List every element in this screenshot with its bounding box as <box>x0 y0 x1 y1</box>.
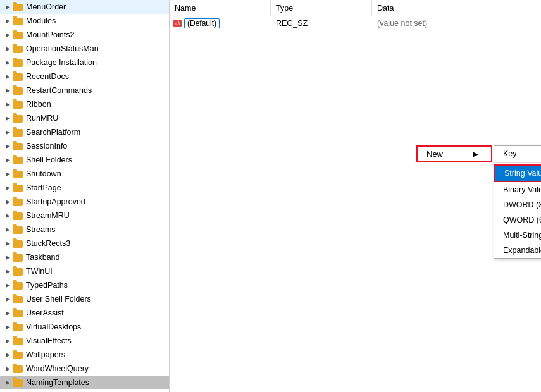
new-button-arrow-icon: ▶ <box>473 150 478 157</box>
menu-item-dword-(32-bit)-value[interactable]: DWORD (32-bit) Value <box>494 197 541 212</box>
menu-item-string-value[interactable]: String Value <box>494 164 541 182</box>
col-header-name: Name <box>170 0 271 16</box>
sidebar-item-label: MountPoints2 <box>26 30 74 39</box>
tree-arrow-icon <box>3 183 13 193</box>
sidebar-item-recentdocs[interactable]: RecentDocs <box>0 70 169 83</box>
registry-tree-sidebar[interactable]: MenuOrderModulesMountPoints2OperationSta… <box>0 0 170 392</box>
folder-icon <box>13 183 24 193</box>
sidebar-item-label: StartupApproved <box>26 197 85 206</box>
sidebar-item-userassist[interactable]: UserAssist <box>0 306 169 320</box>
sidebar-item-visualeffects[interactable]: VisualEffects <box>0 334 169 348</box>
folder-icon <box>13 211 24 221</box>
col-header-data: Data <box>372 0 394 16</box>
tree-arrow-icon <box>3 350 13 360</box>
menu-separator <box>494 162 541 163</box>
row-name-cell: ab(Default) <box>170 18 271 28</box>
folder-icon <box>13 377 24 388</box>
folder-icon <box>13 294 24 304</box>
sidebar-item-label: RunMRU <box>26 114 58 123</box>
folder-icon <box>13 2 24 12</box>
table-row[interactable]: ab(Default)REG_SZ(value not set) <box>170 16 541 30</box>
sidebar-item-stuckrects3[interactable]: StuckRects3 <box>0 236 169 250</box>
sidebar-item-shell-folders[interactable]: Shell Folders <box>0 153 169 167</box>
folder-icon <box>13 252 24 262</box>
sidebar-item-user-shell-folders[interactable]: User Shell Folders <box>0 292 169 306</box>
sidebar-item-restartcommands[interactable]: RestartCommands <box>0 83 169 97</box>
sidebar-item-streammru[interactable]: StreamMRU <box>0 209 169 223</box>
tree-arrow-icon <box>3 294 13 304</box>
sidebar-item-mountpoints2[interactable]: MountPoints2 <box>0 28 169 42</box>
sidebar-item-virtualdesktops[interactable]: VirtualDesktops <box>0 320 169 334</box>
folder-icon <box>13 322 24 332</box>
folder-icon <box>13 336 24 346</box>
sidebar-item-taskband[interactable]: Taskband <box>0 250 169 264</box>
sidebar-item-startupapproved[interactable]: StartupApproved <box>0 195 169 209</box>
new-button-label: New <box>426 149 443 159</box>
folder-icon <box>13 280 24 290</box>
sidebar-item-label: RecentDocs <box>26 72 69 81</box>
default-value-label: (Default) <box>184 18 220 28</box>
sidebar-item-label: Ribbon <box>26 100 51 109</box>
folder-icon <box>13 350 24 360</box>
menu-item-multi-string-value[interactable]: Multi-String Value <box>494 228 541 243</box>
tree-arrow-icon <box>3 211 13 221</box>
tree-arrow-icon <box>3 169 13 179</box>
sidebar-item-label: Wallpapers <box>26 350 65 359</box>
sidebar-item-wallpapers[interactable]: Wallpapers <box>0 348 169 362</box>
sidebar-item-label: VirtualDesktops <box>26 322 81 331</box>
sidebar-item-shutdown[interactable]: Shutdown <box>0 167 169 181</box>
sidebar-item-label: Streams <box>26 225 56 234</box>
sidebar-item-sessioninfo[interactable]: SessionInfo <box>0 139 169 153</box>
tree-arrow-icon <box>3 308 13 318</box>
folder-icon <box>13 238 24 248</box>
menu-item-binary-value[interactable]: Binary Value <box>494 182 541 197</box>
sidebar-item-startpage[interactable]: StartPage <box>0 181 169 195</box>
tree-arrow-icon <box>3 71 13 82</box>
tree-arrow-icon <box>3 280 13 290</box>
folder-icon <box>13 169 24 179</box>
folder-icon <box>13 71 24 82</box>
sidebar-item-namingtemplates[interactable]: NamingTemplates <box>0 376 169 389</box>
tree-arrow-icon <box>3 113 13 123</box>
menu-item-expandable-string-value[interactable]: Expandable String Value <box>494 243 541 258</box>
sidebar-item-label: Shutdown <box>26 169 61 178</box>
sidebar-item-package-installation[interactable]: Package Installation <box>0 56 169 70</box>
sidebar-item-label: VisualEffects <box>26 336 72 345</box>
folder-icon <box>13 197 24 207</box>
folder-icon <box>13 58 24 68</box>
sidebar-item-modules[interactable]: Modules <box>0 14 169 28</box>
folder-icon <box>13 85 24 95</box>
folder-icon <box>13 308 24 318</box>
ab-icon: ab <box>173 20 182 27</box>
sidebar-item-twinui[interactable]: TWinUI <box>0 264 169 278</box>
sidebar-item-streams[interactable]: Streams <box>0 223 169 236</box>
sidebar-item-menuorder[interactable]: MenuOrder <box>0 0 169 14</box>
tree-arrow-icon <box>3 99 13 109</box>
tree-arrow-icon <box>3 2 13 12</box>
new-submenu: KeyString ValueBinary ValueDWORD (32-bit… <box>494 145 541 259</box>
tree-arrow-icon <box>3 85 13 95</box>
sidebar-item-ribbon[interactable]: Ribbon <box>0 97 169 111</box>
folder-icon <box>13 364 24 374</box>
sidebar-item-label: Modules <box>26 16 56 25</box>
menu-item-key[interactable]: Key <box>494 146 541 161</box>
new-submenu-button[interactable]: New ▶ <box>416 145 492 162</box>
context-menu-area: New ▶ KeyString ValueBinary ValueDWORD (… <box>416 145 492 162</box>
menu-item-qword-(64-bit)-value[interactable]: QWORD (64-bit) Value <box>494 212 541 228</box>
tree-arrow-icon <box>3 364 13 374</box>
sidebar-item-runmru[interactable]: RunMRU <box>0 111 169 125</box>
sidebar-item-label: Shell Folders <box>26 156 72 164</box>
sidebar-item-label: UserAssist <box>26 309 64 317</box>
sidebar-item-typedpaths[interactable]: TypedPaths <box>0 278 169 292</box>
folder-icon <box>13 113 24 123</box>
table-body: ab(Default)REG_SZ(value not set) <box>170 16 541 30</box>
sidebar-item-searchplatform[interactable]: SearchPlatform <box>0 125 169 139</box>
sidebar-item-label: SessionInfo <box>26 142 67 150</box>
sidebar-item-label: TypedPaths <box>26 281 68 290</box>
sidebar-item-wordwheelquery[interactable]: WordWheelQuery <box>0 362 169 376</box>
sidebar-item-label: StreamMRU <box>26 211 70 220</box>
tree-arrow-icon <box>3 322 13 332</box>
sidebar-item-label: StartPage <box>26 183 61 192</box>
folder-icon <box>13 155 24 165</box>
sidebar-item-operationstatusman[interactable]: OperationStatusMan <box>0 42 169 56</box>
